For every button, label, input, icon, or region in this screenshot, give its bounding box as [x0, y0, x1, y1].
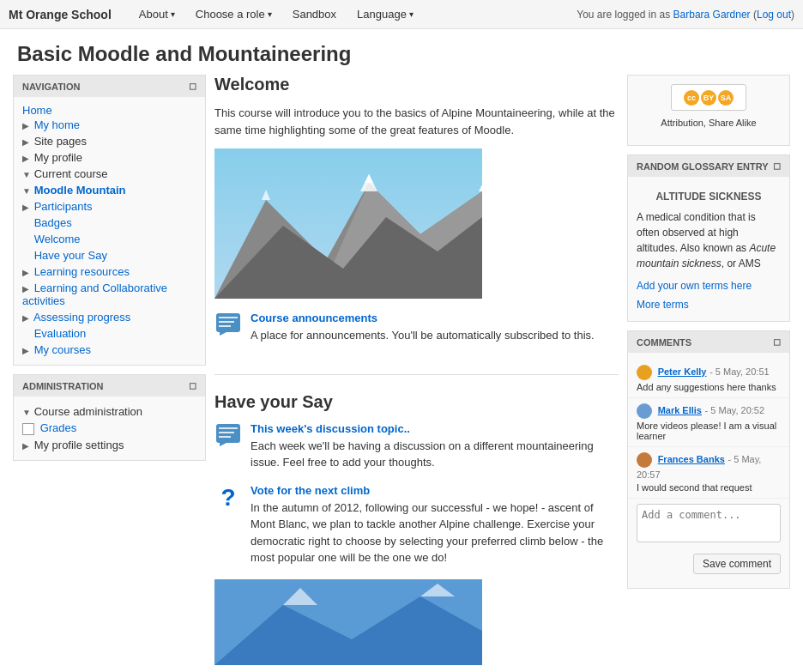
svg-rect-15	[219, 432, 234, 433]
list-item: ▶ Learning and Collaborative activities	[22, 280, 196, 309]
admin-nav-tree: ▼ Course administration Grades ▶ My prof…	[22, 403, 196, 453]
course-announcements-desc: A place for announcements. You'll be aut…	[251, 327, 595, 344]
nav-link-mycourses[interactable]: My courses	[34, 343, 91, 356]
cc-license-block: cc BY SA Attribution, Share Alike	[627, 75, 790, 146]
arrow-icon: ▶	[22, 154, 31, 163]
svg-marker-12	[220, 332, 226, 336]
cc-icons: cc BY SA	[684, 90, 734, 106]
glossary-more-terms: More terms	[628, 294, 789, 312]
comment-user-link[interactable]: Frances Banks	[658, 454, 725, 464]
collapse-comments-icon[interactable]: ◻	[773, 336, 781, 348]
collapse-navigation-icon[interactable]: ◻	[189, 81, 196, 92]
nav-link-myhome[interactable]: My home	[34, 118, 80, 131]
choice-icon: ?	[214, 484, 242, 512]
sa-icon: SA	[718, 90, 734, 106]
page-title-area: Basic Moodle and Mountaineering	[0, 29, 803, 75]
course-announcements-link[interactable]: Course announcements	[251, 312, 377, 324]
list-item: ▶ Learning resources	[22, 263, 196, 280]
discussion-topic-text: This week's discussion topic.. Each week…	[251, 422, 619, 471]
discussion-topic-activity: This week's discussion topic.. Each week…	[214, 422, 619, 471]
comment-item: Frances Banks - 5 May, 20:57 I would sec…	[628, 447, 789, 499]
admin-grades-link[interactable]: Grades	[40, 421, 77, 434]
save-comment-button[interactable]: Save comment	[693, 554, 781, 574]
svg-rect-10	[219, 321, 234, 323]
glossary-add-terms: Add your own terms here	[628, 275, 789, 294]
add-terms-link[interactable]: Add your own terms here	[637, 280, 752, 292]
collapse-admin-icon[interactable]: ◻	[189, 380, 196, 391]
comment-user-link[interactable]: Peter Kelly	[658, 366, 707, 377]
comment-input-area	[628, 499, 789, 550]
list-item: ▼ Moodle Mountain	[22, 182, 196, 198]
arrow-icon: ▶	[22, 346, 31, 355]
list-item: Grades	[22, 420, 196, 437]
nav-sandbox[interactable]: Sandbox	[282, 1, 347, 27]
svg-rect-9	[219, 317, 238, 318]
user-info: You are logged in as Barbara Gardner (Lo…	[577, 9, 794, 21]
nav-link-welcome[interactable]: Welcome	[34, 233, 81, 245]
course-announcements-text: Course announcements A place for announc…	[251, 312, 595, 344]
comment-input[interactable]	[637, 504, 781, 542]
cc-icon: cc	[684, 90, 699, 106]
nav-choose-role[interactable]: Choose a role ▾	[185, 1, 282, 27]
nav-tree: ▶ My home ▶ Site pages ▶ My profile ▼	[22, 117, 196, 358]
more-terms-link[interactable]: More terms	[637, 299, 689, 311]
arrow-icon: ▶	[22, 441, 31, 451]
user-name-link[interactable]: Barbara Gardner	[673, 9, 751, 21]
nav-link-assessingprogress[interactable]: Assessing progress	[33, 311, 130, 324]
nav-link-participants[interactable]: Participants	[34, 200, 93, 213]
list-item: ▶ Badges	[22, 215, 196, 231]
logout-link[interactable]: Log out	[757, 9, 791, 21]
arrow-down-icon: ▼	[22, 170, 31, 179]
nav-home-link[interactable]: Home	[22, 104, 52, 117]
collapse-glossary-icon[interactable]: ◻	[773, 160, 781, 172]
forum-icon-2	[214, 422, 242, 450]
avatar	[637, 365, 652, 380]
vote-link[interactable]: Vote for the next climb	[251, 484, 370, 497]
nav-item-myprofile: My profile	[34, 151, 82, 164]
nav-about[interactable]: About ▾	[129, 1, 185, 27]
nav-item-sitepages: Site pages	[34, 135, 87, 148]
comment-user-row: Frances Banks - 5 May, 20:57	[637, 452, 781, 481]
have-your-say-title: Have your Say	[214, 392, 619, 412]
forum-icon	[214, 312, 242, 339]
by-icon: BY	[701, 90, 716, 106]
arrow-icon: ▶	[22, 313, 31, 323]
discussion-topic-link[interactable]: This week's discussion topic..	[251, 422, 410, 435]
arrow-icon: ▶	[22, 268, 31, 277]
nav-link-learningactivities[interactable]: Learning and Collaborative activities	[22, 282, 167, 307]
discussion-topic-desc: Each week we'll be having a discussion o…	[251, 438, 619, 471]
list-item: ▼ Current course	[22, 166, 196, 182]
list-item: ▶ My profile settings	[22, 437, 196, 453]
nav-link-learningresources[interactable]: Learning resources	[34, 265, 130, 278]
course-announcements-activity: Course announcements A place for announc…	[214, 312, 619, 344]
course-image	[214, 148, 482, 299]
list-item: ▶ Evaluation	[22, 325, 196, 342]
nav-language[interactable]: Language ▾	[347, 1, 424, 27]
glossary-definition: A medical condition that is often observ…	[628, 206, 789, 275]
nav-link-haveyoursay[interactable]: Have your Say	[34, 249, 107, 262]
list-item: ▶ My courses	[22, 342, 196, 358]
grades-icon	[22, 423, 34, 435]
nav-link-moodlemountain[interactable]: Moodle Mountain	[34, 184, 126, 197]
nav-link-evaluation[interactable]: Evaluation	[34, 327, 87, 340]
comments-block: COMMENTS ◻ Peter Kelly - 5 May, 20:51 Ad…	[627, 330, 790, 589]
comment-user-link[interactable]: Mark Ellis	[658, 405, 702, 415]
list-item: ▼ Course administration	[22, 403, 196, 420]
list-item: ▶ Assessing progress	[22, 309, 196, 325]
right-sidebar: cc BY SA Attribution, Share Alike RANDOM…	[627, 75, 790, 597]
svg-marker-17	[220, 443, 226, 446]
svg-rect-11	[219, 325, 231, 327]
nav-link-badges[interactable]: Badges	[34, 216, 72, 229]
admin-course-admin: Course administration	[34, 405, 142, 418]
mountaineering-image-2	[214, 579, 482, 665]
question-mark-icon: ?	[220, 486, 235, 510]
list-item: ▶ My home	[22, 117, 196, 133]
welcome-description: This course will introduce you to the ba…	[214, 105, 619, 138]
comment-date: - 5 May, 20:52	[705, 405, 765, 415]
list-item: ▶ Site pages	[22, 133, 196, 149]
welcome-title: Welcome	[214, 75, 619, 94]
admin-profile-settings: My profile settings	[34, 439, 124, 451]
list-item: ▶ Participants	[22, 198, 196, 215]
top-navigation: Mt Orange School About ▾ Choose a role ▾…	[0, 0, 803, 29]
comment-user-row: Peter Kelly - 5 May, 20:51	[637, 365, 781, 380]
